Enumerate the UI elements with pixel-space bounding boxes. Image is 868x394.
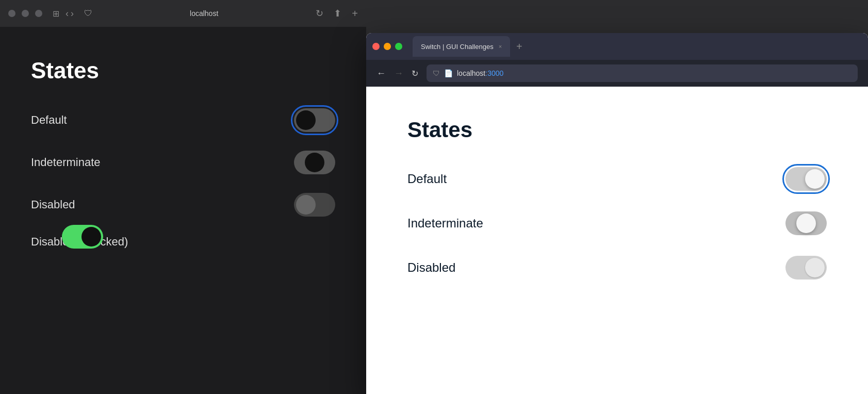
- sidebar-toggle-icon[interactable]: ⊞: [53, 9, 59, 19]
- back-arrow-left[interactable]: ‹: [65, 8, 69, 19]
- shield-icon-title: 🛡: [84, 9, 92, 18]
- switch-row-indeterminate-right: Indeterminate: [407, 211, 827, 235]
- address-bar: ← → ↻ 🛡 📄 localhost:3000: [366, 60, 868, 87]
- switch-row-disabled-right: Disabled: [407, 256, 827, 280]
- label-default-left: Default: [31, 113, 67, 127]
- toggle-knob-default-left: [296, 110, 316, 130]
- back-button[interactable]: ←: [376, 68, 386, 79]
- right-heading: States: [407, 118, 827, 142]
- address-shield-icon: 🛡: [433, 69, 440, 77]
- toggle-disabled-left: [294, 193, 335, 217]
- tab-bar: Switch | GUI Challenges × +: [366, 33, 868, 60]
- share-icon[interactable]: ⬆: [334, 8, 341, 19]
- toggle-knob-indeterminate-right: [796, 214, 816, 233]
- traffic-light-max-right[interactable]: [395, 43, 402, 50]
- toggle-default-left[interactable]: [294, 108, 335, 132]
- forward-button[interactable]: →: [394, 68, 403, 79]
- label-indeterminate-right: Indeterminate: [407, 216, 483, 231]
- nav-arrows-left: ‹ ›: [65, 8, 74, 19]
- label-disabled-left: Disabled: [31, 198, 75, 211]
- toggle-knob-disabled-right: [805, 258, 825, 277]
- toggle-indeterminate-right[interactable]: [785, 211, 827, 235]
- label-default-right: Default: [407, 172, 447, 186]
- traffic-light-min-right[interactable]: [384, 43, 391, 50]
- traffic-light-max-left[interactable]: [35, 10, 42, 17]
- right-browser-window: Switch | GUI Challenges × + ← → ↻ 🛡 📄 lo…: [366, 33, 868, 394]
- page-content: States Default Indeterminate Disabled: [366, 87, 868, 394]
- tab-title: Switch | GUI Challenges: [421, 43, 494, 51]
- address-center-left: localhost: [190, 9, 218, 18]
- new-tab-icon-left[interactable]: +: [352, 8, 358, 20]
- new-tab-button[interactable]: +: [516, 41, 522, 53]
- toggle-knob-disabled-left: [296, 195, 316, 215]
- label-disabled-right: Disabled: [407, 260, 455, 275]
- label-indeterminate-left: Indeterminate: [31, 156, 101, 169]
- switch-row-default-left: Default: [31, 108, 335, 132]
- refresh-icon-title[interactable]: ↻: [316, 8, 323, 19]
- toggle-disabled-checked-left: [62, 225, 103, 249]
- tab-close-button[interactable]: ×: [499, 43, 502, 50]
- toggle-knob-indeterminate-left: [305, 153, 324, 172]
- traffic-light-close-right[interactable]: [372, 43, 380, 50]
- traffic-light-close-left[interactable]: [8, 10, 15, 17]
- toggle-default-right[interactable]: [785, 167, 827, 191]
- active-tab[interactable]: Switch | GUI Challenges ×: [413, 36, 510, 57]
- address-text: localhost:3000: [457, 69, 503, 77]
- toggle-knob-default-right: [805, 169, 825, 189]
- refresh-button[interactable]: ↻: [412, 69, 418, 78]
- switch-row-default-right: Default: [407, 167, 827, 191]
- titlebar-icons: ⊞: [53, 9, 59, 19]
- toggle-disabled-right: [785, 256, 827, 280]
- switch-row-disabled-left: Disabled: [31, 193, 335, 217]
- address-input[interactable]: 🛡 📄 localhost:3000: [427, 64, 858, 82]
- switch-row-disabled-checked-left: Disabled (checked): [31, 235, 335, 249]
- left-content: States Default Indeterminate Disabled Di…: [0, 27, 366, 394]
- address-file-icon: 📄: [444, 69, 453, 77]
- forward-arrow-left[interactable]: ›: [71, 8, 74, 19]
- left-browser-window: ⊞ ‹ › 🛡 localhost ↻ ⬆ + States Default I…: [0, 0, 366, 394]
- traffic-light-min-left[interactable]: [22, 10, 29, 17]
- titlebar-left: ⊞ ‹ › 🛡 localhost ↻ ⬆ +: [0, 0, 366, 27]
- left-heading: States: [31, 58, 335, 84]
- toggle-indeterminate-left[interactable]: [294, 151, 335, 174]
- switch-row-indeterminate-left: Indeterminate: [31, 151, 335, 174]
- toggle-knob-disabled-checked-left: [81, 227, 101, 247]
